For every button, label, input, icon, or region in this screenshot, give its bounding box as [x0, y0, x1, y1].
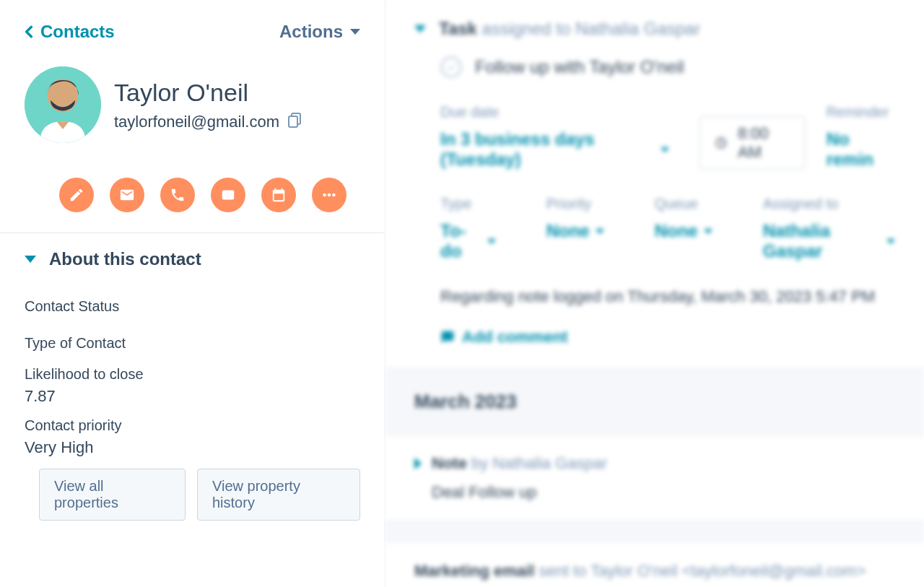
task-header-prefix: Task — [439, 19, 477, 38]
view-all-properties-button[interactable]: View all properties — [39, 469, 186, 521]
more-button[interactable] — [312, 178, 346, 212]
note-header-suffix: by Nathalia Gaspar — [471, 454, 607, 472]
task-header-suffix: assigned to Nathalia Gaspar — [482, 19, 701, 38]
about-section-toggle[interactable]: About this contact — [25, 249, 360, 269]
note-body: Deal Follow up — [414, 483, 895, 502]
calendar-icon — [271, 187, 287, 203]
note-icon — [69, 187, 84, 203]
prop-contact-status[interactable]: Contact Status — [25, 298, 360, 315]
about-section-title: About this contact — [49, 249, 201, 269]
due-date-value[interactable]: In 3 business days (Tuesday) — [440, 129, 669, 170]
actions-menu[interactable]: Actions — [279, 22, 360, 42]
reminder-value: No remin — [827, 129, 895, 170]
caret-down-icon — [350, 29, 360, 35]
prop-label: Type of Contact — [25, 335, 360, 352]
comment-icon — [440, 330, 455, 344]
caret-down-icon — [487, 239, 496, 244]
chevron-left-icon — [25, 25, 33, 38]
note-title: Note by Nathalia Gaspar — [432, 454, 607, 473]
prop-label: Likelihood to close — [25, 366, 360, 383]
prop-type-of-contact[interactable]: Type of Contact — [25, 335, 360, 352]
svg-point-5 — [323, 194, 326, 197]
view-property-history-button[interactable]: View property history — [197, 469, 360, 521]
call-button[interactable] — [160, 178, 195, 212]
sidebar-top: Contacts Actions Taylor O'neil — [0, 0, 385, 233]
prop-label: Contact Status — [25, 298, 360, 315]
copy-icon — [288, 113, 302, 129]
property-buttons: View all properties View property histor… — [25, 469, 360, 521]
field-label: Reminder — [827, 104, 895, 121]
field-label: Type — [440, 196, 496, 212]
due-date-field[interactable]: Due date In 3 business days (Tuesday) — [440, 104, 669, 170]
task-card: Task assigned to Nathalia Gaspar Follow … — [385, 0, 924, 369]
task-checkbox[interactable] — [440, 56, 462, 78]
queue-value[interactable]: None — [655, 221, 712, 241]
avatar[interactable] — [25, 66, 101, 143]
prop-value: Very High — [25, 438, 360, 457]
type-value[interactable]: To-do — [440, 221, 496, 261]
email-icon — [119, 187, 135, 203]
meeting-button[interactable] — [261, 178, 296, 212]
svg-rect-4 — [222, 191, 235, 200]
task-title: Task assigned to Nathalia Gaspar — [439, 19, 700, 39]
field-label: Assigned to — [763, 196, 895, 212]
clock-icon — [715, 136, 728, 150]
caret-down-icon — [661, 147, 669, 152]
task-item[interactable]: Follow up with Taylor O'neil — [440, 56, 895, 78]
log-icon — [220, 187, 236, 203]
timeline-panel: Task assigned to Nathalia Gaspar Follow … — [385, 0, 924, 587]
about-section: About this contact Contact Status Type o… — [0, 233, 385, 542]
svg-rect-3 — [289, 116, 297, 127]
caret-down-icon — [886, 239, 895, 244]
month-separator: March 2023 — [385, 369, 924, 435]
add-comment-button[interactable]: Add comment — [440, 328, 895, 347]
type-field[interactable]: Type To-do — [440, 196, 496, 261]
email-header[interactable]: Marketing email sent to Taylor O'neil <t… — [414, 562, 895, 581]
more-icon — [321, 187, 337, 203]
sidebar-top-row: Contacts Actions — [25, 22, 360, 42]
assigned-field[interactable]: Assigned to Nathalia Gaspar — [763, 196, 895, 261]
task-meta-row: Type To-do Priority None Queue None Assi… — [440, 196, 895, 261]
back-to-contacts[interactable]: Contacts — [25, 22, 115, 42]
svg-point-7 — [332, 194, 336, 197]
check-icon — [445, 61, 457, 73]
contact-action-buttons — [25, 178, 360, 212]
actions-label: Actions — [279, 22, 343, 42]
note-button[interactable] — [59, 178, 94, 212]
profile-header: Taylor O'neil taylorfoneil@gmail.com — [25, 66, 360, 143]
priority-field[interactable]: Priority None — [546, 196, 604, 261]
profile-text: Taylor O'neil taylorfoneil@gmail.com — [114, 79, 302, 131]
regarding-text: Regarding note logged on Thursday, March… — [440, 287, 895, 306]
chevron-right-icon — [414, 458, 422, 469]
contact-name: Taylor O'neil — [114, 79, 302, 107]
priority-value[interactable]: None — [546, 221, 604, 241]
note-header-prefix: Note — [432, 454, 467, 472]
reminder-field[interactable]: Reminder No remin — [827, 104, 895, 170]
task-header[interactable]: Task assigned to Nathalia Gaspar — [414, 19, 895, 39]
email-header-prefix: Marketing email — [414, 562, 534, 580]
prop-priority[interactable]: Contact priority Very High — [25, 417, 360, 457]
email-title: Marketing email sent to Taylor O'neil <t… — [414, 562, 866, 581]
phone-icon — [170, 187, 186, 203]
email-row: taylorfoneil@gmail.com — [114, 113, 302, 131]
copy-email-button[interactable] — [288, 113, 302, 131]
field-label: Priority — [546, 196, 604, 212]
time-picker[interactable]: 8:00 AM — [699, 116, 804, 170]
svg-point-6 — [328, 194, 331, 197]
chevron-down-icon — [25, 256, 36, 263]
marketing-email-card: Marketing email sent to Taylor O'neil <t… — [385, 543, 924, 587]
task-name: Follow up with Taylor O'neil — [475, 57, 684, 77]
queue-field[interactable]: Queue None — [655, 196, 712, 261]
email-button[interactable] — [110, 178, 144, 212]
caret-down-icon — [704, 229, 712, 234]
log-button[interactable] — [211, 178, 245, 212]
contact-email: taylorfoneil@gmail.com — [114, 113, 279, 131]
field-label: Queue — [655, 196, 712, 212]
prop-label: Contact priority — [25, 417, 360, 434]
avatar-illustration-icon — [25, 66, 101, 143]
note-card: Note by Nathalia Gaspar Deal Follow up — [385, 435, 924, 521]
assigned-value[interactable]: Nathalia Gaspar — [763, 221, 895, 261]
caret-down-icon — [596, 229, 604, 234]
note-header[interactable]: Note by Nathalia Gaspar — [414, 454, 895, 473]
prop-likelihood[interactable]: Likelihood to close 7.87 — [25, 366, 360, 406]
